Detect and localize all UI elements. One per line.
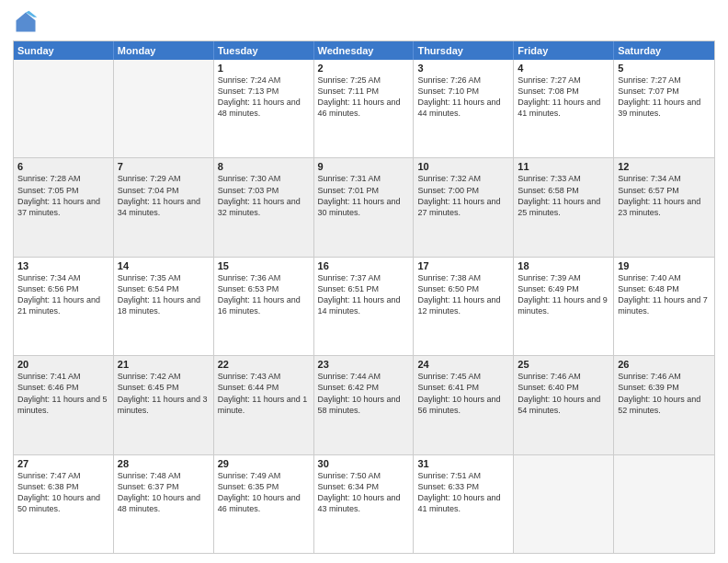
cell-details: Sunrise: 7:50 AM Sunset: 6:34 PM Dayligh… <box>318 470 410 515</box>
cell-details: Sunrise: 7:38 AM Sunset: 6:50 PM Dayligh… <box>417 272 509 317</box>
day-number: 19 <box>618 260 711 271</box>
calendar-cell-4-2: 29Sunrise: 7:49 AM Sunset: 6:35 PM Dayli… <box>214 455 314 553</box>
calendar-cell-3-3: 23Sunrise: 7:44 AM Sunset: 6:42 PM Dayli… <box>314 356 415 454</box>
calendar-cell-2-5: 18Sunrise: 7:39 AM Sunset: 6:49 PM Dayli… <box>514 258 614 355</box>
cell-details: Sunrise: 7:49 AM Sunset: 6:35 PM Dayligh… <box>218 470 310 515</box>
page: SundayMondayTuesdayWednesdayThursdayFrid… <box>0 0 728 563</box>
cell-details: Sunrise: 7:28 AM Sunset: 7:05 PM Dayligh… <box>17 173 109 218</box>
cell-details: Sunrise: 7:33 AM Sunset: 6:58 PM Dayligh… <box>518 173 609 218</box>
calendar-cell-1-1: 7Sunrise: 7:29 AM Sunset: 7:04 PM Daylig… <box>114 158 214 256</box>
calendar-cell-2-0: 13Sunrise: 7:34 AM Sunset: 6:56 PM Dayli… <box>14 258 114 355</box>
calendar-body: 1Sunrise: 7:24 AM Sunset: 7:13 PM Daylig… <box>14 60 714 553</box>
cell-details: Sunrise: 7:36 AM Sunset: 6:53 PM Dayligh… <box>218 272 310 317</box>
calendar-cell-2-6: 19Sunrise: 7:40 AM Sunset: 6:48 PM Dayli… <box>614 258 714 355</box>
calendar-cell-1-5: 11Sunrise: 7:33 AM Sunset: 6:58 PM Dayli… <box>514 158 614 256</box>
day-number: 8 <box>218 161 310 172</box>
calendar-cell-3-1: 21Sunrise: 7:42 AM Sunset: 6:45 PM Dayli… <box>114 356 214 454</box>
day-number: 25 <box>518 359 609 370</box>
calendar-cell-1-3: 9Sunrise: 7:31 AM Sunset: 7:01 PM Daylig… <box>314 158 415 256</box>
cell-details: Sunrise: 7:39 AM Sunset: 6:49 PM Dayligh… <box>518 272 609 317</box>
day-number: 9 <box>318 161 410 172</box>
cell-details: Sunrise: 7:26 AM Sunset: 7:10 PM Dayligh… <box>417 75 509 120</box>
cell-details: Sunrise: 7:45 AM Sunset: 6:41 PM Dayligh… <box>417 371 509 416</box>
calendar-cell-1-4: 10Sunrise: 7:32 AM Sunset: 7:00 PM Dayli… <box>414 158 514 256</box>
header-day-friday: Friday <box>514 41 614 60</box>
calendar-row-4: 27Sunrise: 7:47 AM Sunset: 6:38 PM Dayli… <box>14 454 714 553</box>
cell-details: Sunrise: 7:47 AM Sunset: 6:38 PM Dayligh… <box>17 470 109 515</box>
day-number: 22 <box>218 359 310 370</box>
day-number: 6 <box>17 161 109 172</box>
cell-details: Sunrise: 7:46 AM Sunset: 6:39 PM Dayligh… <box>618 371 711 416</box>
cell-details: Sunrise: 7:32 AM Sunset: 7:00 PM Dayligh… <box>417 173 509 218</box>
calendar-cell-4-1: 28Sunrise: 7:48 AM Sunset: 6:37 PM Dayli… <box>114 455 214 553</box>
day-number: 31 <box>417 458 509 469</box>
calendar-cell-4-4: 31Sunrise: 7:51 AM Sunset: 6:33 PM Dayli… <box>414 455 514 553</box>
calendar-cell-3-4: 24Sunrise: 7:45 AM Sunset: 6:41 PM Dayli… <box>414 356 514 454</box>
cell-details: Sunrise: 7:27 AM Sunset: 7:07 PM Dayligh… <box>618 75 711 120</box>
day-number: 26 <box>618 359 711 370</box>
header <box>13 9 715 35</box>
calendar-cell-4-5 <box>514 455 614 553</box>
calendar-row-2: 13Sunrise: 7:34 AM Sunset: 6:56 PM Dayli… <box>14 257 714 355</box>
day-number: 23 <box>318 359 410 370</box>
day-number: 7 <box>118 161 210 172</box>
header-day-sunday: Sunday <box>14 41 114 60</box>
day-number: 28 <box>118 458 210 469</box>
calendar-cell-2-3: 16Sunrise: 7:37 AM Sunset: 6:51 PM Dayli… <box>314 258 415 355</box>
calendar-cell-0-1 <box>114 60 214 157</box>
cell-details: Sunrise: 7:51 AM Sunset: 6:33 PM Dayligh… <box>417 470 509 515</box>
header-day-tuesday: Tuesday <box>214 41 314 60</box>
day-number: 16 <box>318 260 410 271</box>
cell-details: Sunrise: 7:42 AM Sunset: 6:45 PM Dayligh… <box>118 371 210 416</box>
day-number: 3 <box>417 63 509 74</box>
calendar-cell-0-3: 2Sunrise: 7:25 AM Sunset: 7:11 PM Daylig… <box>314 60 415 157</box>
cell-details: Sunrise: 7:37 AM Sunset: 6:51 PM Dayligh… <box>318 272 410 317</box>
calendar-cell-0-5: 4Sunrise: 7:27 AM Sunset: 7:08 PM Daylig… <box>514 60 614 157</box>
calendar-cell-3-0: 20Sunrise: 7:41 AM Sunset: 6:46 PM Dayli… <box>14 356 114 454</box>
day-number: 21 <box>118 359 210 370</box>
cell-details: Sunrise: 7:41 AM Sunset: 6:46 PM Dayligh… <box>17 371 109 416</box>
day-number: 5 <box>618 63 711 74</box>
cell-details: Sunrise: 7:48 AM Sunset: 6:37 PM Dayligh… <box>118 470 210 515</box>
day-number: 12 <box>618 161 711 172</box>
day-number: 18 <box>518 260 609 271</box>
header-day-thursday: Thursday <box>414 41 514 60</box>
day-number: 20 <box>17 359 109 370</box>
day-number: 10 <box>417 161 509 172</box>
logo-icon <box>13 9 39 35</box>
day-number: 15 <box>218 260 310 271</box>
cell-details: Sunrise: 7:34 AM Sunset: 6:57 PM Dayligh… <box>618 173 711 218</box>
header-day-monday: Monday <box>114 41 214 60</box>
cell-details: Sunrise: 7:44 AM Sunset: 6:42 PM Dayligh… <box>318 371 410 416</box>
calendar-row-1: 6Sunrise: 7:28 AM Sunset: 7:05 PM Daylig… <box>14 157 714 256</box>
calendar-cell-2-4: 17Sunrise: 7:38 AM Sunset: 6:50 PM Dayli… <box>414 258 514 355</box>
day-number: 30 <box>318 458 410 469</box>
cell-details: Sunrise: 7:40 AM Sunset: 6:48 PM Dayligh… <box>618 272 711 317</box>
header-day-saturday: Saturday <box>614 41 714 60</box>
calendar-row-0: 1Sunrise: 7:24 AM Sunset: 7:13 PM Daylig… <box>14 60 714 157</box>
cell-details: Sunrise: 7:34 AM Sunset: 6:56 PM Dayligh… <box>17 272 109 317</box>
cell-details: Sunrise: 7:27 AM Sunset: 7:08 PM Dayligh… <box>518 75 609 120</box>
cell-details: Sunrise: 7:31 AM Sunset: 7:01 PM Dayligh… <box>318 173 410 218</box>
calendar-cell-0-2: 1Sunrise: 7:24 AM Sunset: 7:13 PM Daylig… <box>214 60 314 157</box>
day-number: 17 <box>417 260 509 271</box>
calendar-cell-3-6: 26Sunrise: 7:46 AM Sunset: 6:39 PM Dayli… <box>614 356 714 454</box>
cell-details: Sunrise: 7:46 AM Sunset: 6:40 PM Dayligh… <box>518 371 609 416</box>
calendar-cell-3-5: 25Sunrise: 7:46 AM Sunset: 6:40 PM Dayli… <box>514 356 614 454</box>
day-number: 14 <box>118 260 210 271</box>
cell-details: Sunrise: 7:29 AM Sunset: 7:04 PM Dayligh… <box>118 173 210 218</box>
day-number: 11 <box>518 161 609 172</box>
calendar-cell-4-0: 27Sunrise: 7:47 AM Sunset: 6:38 PM Dayli… <box>14 455 114 553</box>
logo <box>13 9 42 35</box>
calendar: SundayMondayTuesdayWednesdayThursdayFrid… <box>13 40 715 554</box>
calendar-cell-4-6 <box>614 455 714 553</box>
calendar-header: SundayMondayTuesdayWednesdayThursdayFrid… <box>14 41 714 60</box>
cell-details: Sunrise: 7:30 AM Sunset: 7:03 PM Dayligh… <box>218 173 310 218</box>
calendar-cell-0-6: 5Sunrise: 7:27 AM Sunset: 7:07 PM Daylig… <box>614 60 714 157</box>
day-number: 4 <box>518 63 609 74</box>
calendar-cell-1-6: 12Sunrise: 7:34 AM Sunset: 6:57 PM Dayli… <box>614 158 714 256</box>
day-number: 24 <box>417 359 509 370</box>
calendar-row-3: 20Sunrise: 7:41 AM Sunset: 6:46 PM Dayli… <box>14 355 714 454</box>
day-number: 13 <box>17 260 109 271</box>
day-number: 2 <box>318 63 410 74</box>
